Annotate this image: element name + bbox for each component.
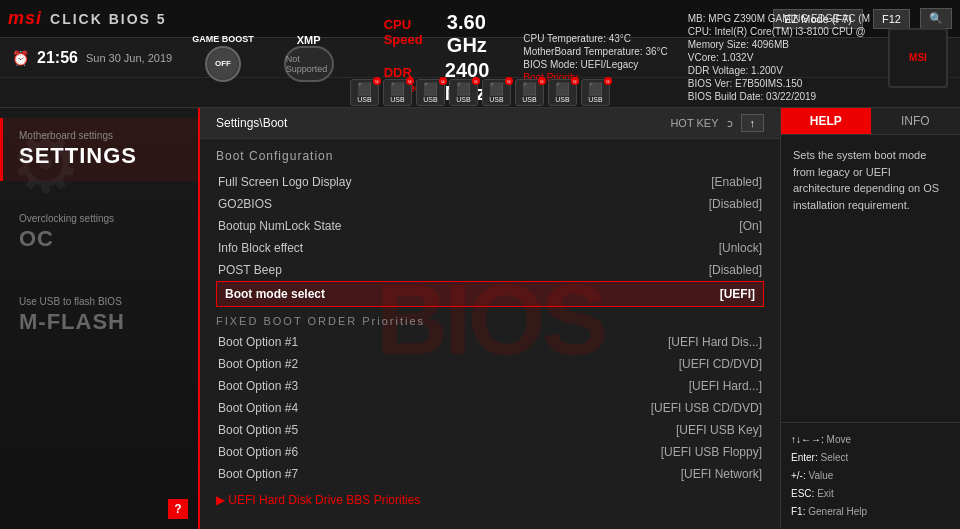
f12-button[interactable]: F12 [873, 9, 910, 29]
boot-option-label: Boot Option #5 [218, 423, 298, 437]
uefi-priorities-link[interactable]: ▶ UEFI Hard Disk Drive BBS Priorities [216, 493, 764, 507]
vcore: VCore: 1.032V [688, 52, 870, 63]
usb-icon-8[interactable]: ⬛ USB u [581, 79, 610, 106]
row-value: [Disabled] [709, 263, 762, 277]
row-value: [Enabled] [711, 175, 762, 189]
row-value: [On] [739, 219, 762, 233]
right-panel: HELP INFO Sets the system boot mode from… [780, 108, 960, 529]
boot-option-row[interactable]: Boot Option #7 [UEFI Network] [216, 463, 764, 485]
sidebar-item-mflash[interactable]: Use USB to flash BIOS M-FLASH [0, 284, 198, 347]
footer-line: Enter: Select [791, 449, 950, 467]
oc-sublabel: Overclocking settings [19, 213, 182, 224]
clock-section: ⏰ 21:56 Sun 30 Jun, 2019 [12, 49, 172, 67]
boot-option-value: [UEFI CD/DVD] [679, 357, 762, 371]
back-button[interactable]: ↑ [741, 114, 765, 132]
memory-size: Memory Size: 4096MB [688, 39, 870, 50]
msi-rabbit-logo: MSI [888, 28, 948, 88]
boot-mode-row[interactable]: Boot mode select [UEFI] [216, 281, 764, 307]
tab-info[interactable]: INFO [871, 108, 961, 134]
main-layout: ⚙ Motherboard settings SETTINGS Overcloc… [0, 108, 960, 529]
footer-line: +/-: Value [791, 467, 950, 485]
oc-label: OC [19, 226, 182, 252]
row-label: Full Screen Logo Display [218, 175, 351, 189]
usb-icon-2[interactable]: ⬛ USB u [383, 79, 412, 106]
boot-option-row[interactable]: Boot Option #2 [UEFI CD/DVD] [216, 353, 764, 375]
footer-line: F1: General Help [791, 503, 950, 521]
boot-mode-label: Boot mode select [225, 287, 325, 301]
search-button[interactable]: 🔍 [920, 8, 952, 29]
usb-icon-5[interactable]: ⬛ USB u [482, 79, 511, 106]
xmp-section: XMP Not Supported [284, 34, 334, 82]
boot-option-label: Boot Option #3 [218, 379, 298, 393]
settings-rows: Full Screen Logo Display [Enabled] GO2BI… [216, 171, 764, 281]
cpu-name: CPU: Intel(R) Core(TM) i3-8100 CPU @ [688, 26, 870, 37]
settings-row[interactable]: Full Screen Logo Display [Enabled] [216, 171, 764, 193]
row-label: POST Beep [218, 263, 282, 277]
boot-option-row[interactable]: Boot Option #5 [UEFI USB Key] [216, 419, 764, 441]
footer-line: ↑↓←→: Move [791, 431, 950, 449]
center-content: Settings\Boot HOT KEY ↄ ↑ BIOS Boot Conf… [200, 108, 780, 529]
breadcrumb-path: Settings\Boot [216, 116, 287, 130]
game-boost-knob[interactable]: OFF [205, 46, 241, 82]
footer-key: Enter: [791, 452, 818, 463]
settings-content: Boot Configuration Full Screen Logo Disp… [200, 139, 780, 517]
mb-name: MB: MPG Z390M GAMING EDGE AC (M [688, 13, 870, 24]
breadcrumb-bar: Settings\Boot HOT KEY ↄ ↑ [200, 108, 780, 139]
footer-key: +/-: [791, 470, 806, 481]
hotkey-label: HOT KEY [670, 117, 718, 129]
boot-option-label: Boot Option #1 [218, 335, 298, 349]
usb-icon-4[interactable]: ⬛ USB u [449, 79, 478, 106]
boot-option-value: [UEFI USB Key] [676, 423, 762, 437]
boot-option-row[interactable]: Boot Option #4 [UEFI USB CD/DVD] [216, 397, 764, 419]
usb-icon-3[interactable]: ⬛ USB u [416, 79, 445, 106]
footer-desc: Select [820, 452, 848, 463]
left-sidebar: ⚙ Motherboard settings SETTINGS Overcloc… [0, 108, 200, 529]
boot-option-row[interactable]: Boot Option #6 [UEFI USB Floppy] [216, 441, 764, 463]
boot-mode-value: [UEFI] [720, 287, 755, 301]
boot-option-value: [UEFI USB Floppy] [661, 445, 762, 459]
separator-icon: ↄ [727, 117, 733, 130]
row-value: [Unlock] [719, 241, 762, 255]
mflash-sublabel: Use USB to flash BIOS [19, 296, 182, 307]
mb-temp: MotherBoard Temperature: 36°C [523, 46, 667, 57]
cpu-info-section: CPU Temperature: 43°C MotherBoard Temper… [523, 33, 667, 83]
boot-option-label: Boot Option #7 [218, 467, 298, 481]
usb-icon-1[interactable]: ⬛ USB u [350, 79, 379, 106]
xmp-label: XMP [297, 34, 321, 46]
footer-line: ESC: Exit [791, 485, 950, 503]
bios-ver: BIOS Ver: E7B50IMS.150 [688, 78, 870, 89]
right-panel-footer: ↑↓←→: MoveEnter: Select+/-: ValueESC: Ex… [781, 422, 960, 529]
cpu-speed-value: 3.60 GHz [447, 11, 513, 57]
help-question-button[interactable]: ? [168, 499, 188, 519]
boot-option-value: [UEFI Hard Dis...] [668, 335, 762, 349]
bios-build: BIOS Build Date: 03/22/2019 [688, 91, 870, 102]
clock-icon: ⏰ [12, 50, 29, 66]
xmp-knob[interactable]: Not Supported [284, 46, 334, 82]
row-label: GO2BIOS [218, 197, 272, 211]
row-label: Bootup NumLock State [218, 219, 341, 233]
mflash-label: M-FLASH [19, 309, 182, 335]
tab-help[interactable]: HELP [781, 108, 871, 134]
boot-option-row[interactable]: Boot Option #3 [UEFI Hard...] [216, 375, 764, 397]
settings-row[interactable]: GO2BIOS [Disabled] [216, 193, 764, 215]
bios-mode: BIOS Mode: UEFI/Legacy [523, 59, 667, 70]
row-label: Info Block effect [218, 241, 303, 255]
settings-row[interactable]: POST Beep [Disabled] [216, 259, 764, 281]
gear-watermark-icon: ⚙ [10, 118, 82, 211]
boot-option-label: Boot Option #4 [218, 401, 298, 415]
usb-icon-7[interactable]: ⬛ USB u [548, 79, 577, 106]
usb-icon-6[interactable]: ⬛ USB u [515, 79, 544, 106]
cpu-temp: CPU Temperature: 43°C [523, 33, 667, 44]
boot-option-value: [UEFI Hard...] [689, 379, 762, 393]
row-value: [Disabled] [709, 197, 762, 211]
boot-options-rows: Boot Option #1 [UEFI Hard Dis...] Boot O… [216, 331, 764, 485]
section-title: Boot Configuration [216, 149, 764, 163]
time-display: 21:56 [37, 49, 78, 67]
boot-option-row[interactable]: Boot Option #1 [UEFI Hard Dis...] [216, 331, 764, 353]
boot-option-label: Boot Option #6 [218, 445, 298, 459]
game-boost-section: GAME BOOST OFF [192, 34, 254, 82]
settings-row[interactable]: Bootup NumLock State [On] [216, 215, 764, 237]
boot-option-value: [UEFI Network] [681, 467, 762, 481]
ddr-voltage: DDR Voltage: 1.200V [688, 65, 870, 76]
settings-row[interactable]: Info Block effect [Unlock] [216, 237, 764, 259]
